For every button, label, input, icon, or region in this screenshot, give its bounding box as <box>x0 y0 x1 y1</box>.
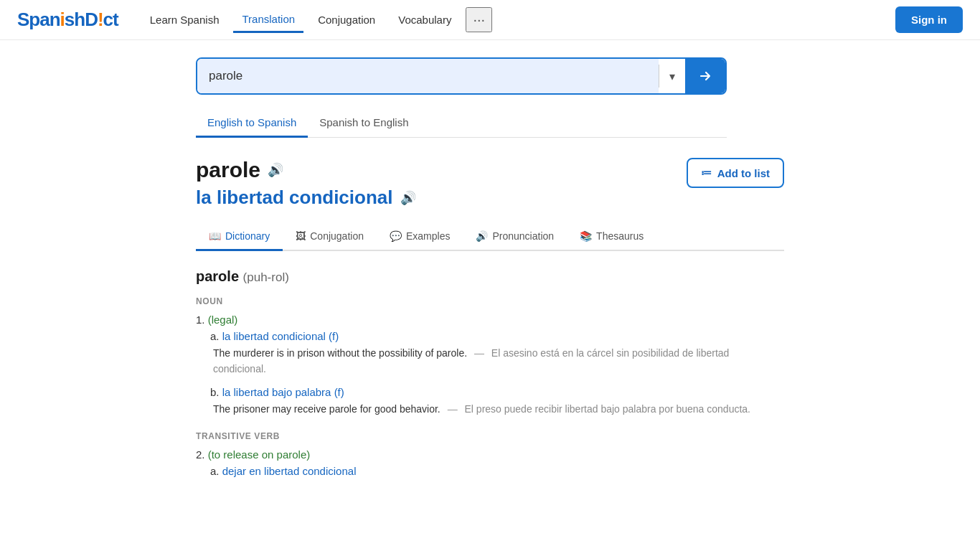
lang-tab-en-es[interactable]: English to Spanish <box>196 109 308 138</box>
dictionary-tab-label: Dictionary <box>225 230 270 242</box>
verb-sense-2-number: 2. (to release on parole) <box>196 448 784 461</box>
search-arrow-icon <box>698 69 712 83</box>
tab-thesaurus[interactable]: 📚 Thesaurus <box>567 223 656 251</box>
example-1b: The prisoner may receive parole for good… <box>210 401 784 417</box>
thesaurus-tab-icon: 📚 <box>580 230 592 242</box>
pos-transitive-verb-label: TRANSITIVE VERB <box>196 431 784 441</box>
example-1b-sep: — <box>448 403 458 415</box>
word-title: parole 🔊 <box>196 158 416 182</box>
examples-tab-icon: 💬 <box>390 230 402 242</box>
example-1b-es: El preso puede recibir libertad bajo pal… <box>465 403 751 415</box>
conjugation-tab-icon: 🖼 <box>296 230 306 242</box>
search-input[interactable] <box>197 59 659 93</box>
thesaurus-tab-label: Thesaurus <box>596 230 644 242</box>
tab-examples[interactable]: 💬 Examples <box>377 223 463 251</box>
sub-sense-1a-translation[interactable]: la libertad condicional (f) <box>222 330 339 342</box>
phonetic-text: (puh-rol) <box>243 270 289 284</box>
word-phonetic: parole (puh-rol) <box>196 268 784 285</box>
noun-sense-1-number: 1. (legal) <box>196 314 784 326</box>
examples-tab-label: Examples <box>406 230 450 242</box>
tab-conjugation[interactable]: 🖼 Conjugation <box>283 223 377 251</box>
sub-sense-1b-translation[interactable]: la libertad bajo palabra (f) <box>222 386 344 398</box>
language-tabs: English to Spanish Spanish to English <box>196 109 727 138</box>
translation-title: la libertad condicional 🔊 <box>196 187 416 209</box>
search-dropdown-button[interactable]: ▾ <box>659 60 685 93</box>
main-nav: Learn Spanish Translation Conjugation Vo… <box>141 7 895 33</box>
word-audio-icon[interactable]: 🔊 <box>268 162 283 178</box>
pronunciation-tab-icon: 🔊 <box>476 230 488 242</box>
translation-audio-icon[interactable]: 🔊 <box>400 190 416 206</box>
sub-sense-1a: a. la libertad condicional (f) The murde… <box>210 330 784 377</box>
dictionary-tab-icon: 📖 <box>209 230 221 242</box>
example-1a-sep: — <box>474 347 484 359</box>
add-to-list-label: Add to list <box>717 167 770 179</box>
nav-item-translation[interactable]: Translation <box>233 7 303 33</box>
content-tabs: 📖 Dictionary 🖼 Conjugation 💬 Examples 🔊 … <box>196 223 784 251</box>
main-content: ▾ English to Spanish Spanish to English … <box>167 40 813 503</box>
dictionary-content: parole (puh-rol) NOUN 1. (legal) a. la l… <box>196 268 784 477</box>
sub-sense-1a-label: a. la libertad condicional (f) <box>210 330 784 342</box>
sub-sense-2a-translation[interactable]: dejar en libertad condicional <box>222 465 357 477</box>
nav-more-button[interactable]: ··· <box>466 7 492 32</box>
logo[interactable]: SpanishD!ct <box>17 9 118 31</box>
example-1b-en: The prisoner may receive parole for good… <box>213 403 440 415</box>
sign-in-button[interactable]: Sign in <box>895 6 963 33</box>
add-to-list-button[interactable]: ≔ Add to list <box>687 158 784 188</box>
word-title-block: parole 🔊 la libertad condicional 🔊 <box>196 158 416 209</box>
sub-sense-2a-label: a. dejar en libertad condicional <box>210 465 784 477</box>
word-header: parole 🔊 la libertad condicional 🔊 ≔ Add… <box>196 158 784 209</box>
noun-sense-1: 1. (legal) a. la libertad condicional (f… <box>196 314 784 417</box>
pronunciation-tab-label: Pronunciation <box>492 230 554 242</box>
pos-noun-label: NOUN <box>196 296 784 306</box>
nav-item-vocabulary[interactable]: Vocabulary <box>390 8 460 32</box>
example-1a: The murderer is in prison without the po… <box>210 345 784 377</box>
word-term: parole <box>196 158 260 182</box>
header: SpanishD!ct Learn Spanish Translation Co… <box>0 0 980 40</box>
translation-text: la libertad condicional <box>196 187 393 209</box>
sub-sense-2a: a. dejar en libertad condicional <box>210 465 784 477</box>
nav-item-conjugation[interactable]: Conjugation <box>309 8 384 32</box>
conjugation-tab-label: Conjugation <box>310 230 364 242</box>
verb-sense-2-context: (to release on parole) <box>208 448 311 461</box>
sub-sense-1b: b. la libertad bajo palabra (f) The pris… <box>210 386 784 417</box>
noun-sense-1-context: (legal) <box>208 314 238 326</box>
verb-sense-2: 2. (to release on parole) a. dejar en li… <box>196 448 784 477</box>
lang-tab-es-en[interactable]: Spanish to English <box>308 109 420 138</box>
nav-item-learn-spanish[interactable]: Learn Spanish <box>141 8 228 32</box>
tab-pronunciation[interactable]: 🔊 Pronunciation <box>463 223 567 251</box>
sub-sense-1b-label: b. la libertad bajo palabra (f) <box>210 386 784 398</box>
search-bar: ▾ <box>196 57 727 95</box>
word-entry-term: parole <box>196 268 239 284</box>
example-1a-en: The murderer is in prison without the po… <box>213 347 467 359</box>
search-submit-button[interactable] <box>685 59 725 93</box>
tab-dictionary[interactable]: 📖 Dictionary <box>196 223 283 251</box>
add-to-list-icon: ≔ <box>701 166 712 179</box>
